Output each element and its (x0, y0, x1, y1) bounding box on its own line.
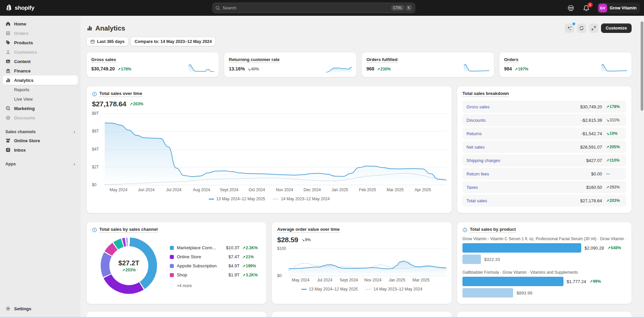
home-icon (5, 21, 11, 26)
y-axis-tick: $0 (277, 273, 288, 278)
channel-legend-row: Marketplace Conn... $10.3T ↗2.3K% (170, 243, 260, 252)
breakdown-title[interactable]: Total sales breakdown (462, 91, 509, 97)
chart-title[interactable]: Total sales by product (470, 227, 516, 233)
shopify-bag-icon (5, 4, 12, 12)
breakdown-value: $26,591.07 (580, 145, 602, 150)
sidebar-item-home[interactable]: Home (3, 19, 78, 29)
topbar-actions: 1 GV Grow Vitamin (566, 0, 640, 16)
fullscreen-button[interactable] (589, 23, 598, 33)
donut-center-change: ↗203% (122, 268, 136, 272)
search-input[interactable]: Search CTRL K (212, 3, 415, 13)
sidebar-item-customers: Customers (3, 47, 78, 57)
sidebar-section-apps[interactable]: Apps › (3, 160, 78, 168)
more-channels-link[interactable]: +4 more (170, 283, 260, 288)
orders-icon (5, 31, 11, 36)
aov-line-chart (289, 249, 446, 276)
insights-button[interactable] (565, 23, 574, 33)
breakdown-metric-link[interactable]: Taxes (466, 185, 478, 190)
breakdown-change: ↗293% (602, 185, 622, 190)
page-title: Analytics (87, 24, 125, 32)
calendar-icon (90, 39, 95, 44)
sidebar-item-discounts: Discounts (3, 113, 78, 122)
breakdown-metric-link[interactable]: Gross sales (466, 104, 490, 109)
channel-change: ↗3.2K% (240, 273, 260, 277)
sidebar-section-sales-channels[interactable]: Sales channels › (3, 128, 78, 136)
metric-title[interactable]: Gross sales (91, 57, 116, 63)
metric-title[interactable]: Orders (504, 57, 518, 63)
discounts-icon (5, 115, 11, 120)
sidebar-item-content[interactable]: Content (3, 57, 78, 66)
breakdown-metric-link[interactable]: Total sales (466, 198, 487, 203)
breakdown-row-returns: Returns -$1,542.74 ↘10% (462, 127, 626, 140)
y-axis-tick: $0 (92, 182, 103, 187)
product-previous-value: $893.99 (516, 290, 532, 296)
sidebar-item-label: Marketing (14, 106, 35, 111)
product-current-bar (462, 277, 563, 286)
metric-title[interactable]: Returning customer rate (229, 57, 280, 63)
breakdown-metric-link[interactable]: Return fees (466, 171, 489, 176)
store-menu[interactable]: GV Grow Vitamin (597, 3, 640, 13)
breakdown-metric-link[interactable]: Shipping charges (466, 158, 500, 163)
compare-to-button[interactable]: Compare to: 14 May 2023–12 May 2024 (131, 37, 215, 46)
legend-current-period: 13 May 2024–12 May 2025 (301, 287, 358, 292)
date-range-button[interactable]: Last 365 days (87, 37, 128, 46)
metric-value: 13.16% (229, 66, 245, 71)
metric-card-orders: Orders 984 ↗197% (499, 52, 632, 77)
sidekick-button[interactable] (566, 4, 575, 12)
chart-title[interactable]: Average order value over time (277, 227, 340, 233)
metric-card-returning-customer-rate: Returning customer rate 13.16% ↘40% (224, 52, 356, 77)
topbar: shopify Search CTRL K 1 GV Grow Vitamin (0, 0, 644, 16)
metric-value: 968 (366, 66, 374, 71)
sidebar-item-label: Orders (14, 31, 29, 36)
row-secondary-charts: Total sales by sales channel $27.2T ↗203… (87, 222, 632, 304)
sidebar-item-online-store[interactable]: Online Store (3, 136, 78, 145)
sidebar: Home Orders Products Customers Content F… (0, 16, 81, 318)
sidebar-item-marketing[interactable]: Marketing (3, 104, 78, 113)
search-shortcut: CTRL K (391, 5, 412, 11)
donut-center: $27.2T ↗203% (109, 246, 148, 285)
customize-button[interactable]: Customize (601, 23, 632, 33)
sidebar-item-analytics[interactable]: Analytics (3, 75, 78, 85)
notifications-button[interactable]: 1 (582, 4, 591, 12)
channel-legend-row: Shop $1.9T ↗3.2K% (170, 270, 260, 279)
sidebar-item-reports[interactable]: Reports (3, 85, 78, 94)
sidebar-item-live-view[interactable]: Live View (3, 94, 78, 104)
refresh-button[interactable] (577, 23, 586, 33)
breakdown-value: $427.07 (586, 158, 602, 163)
breakdown-metric-link[interactable]: Returns (466, 131, 482, 136)
product-current-bar (462, 243, 581, 253)
breakdown-metric-link[interactable]: Net sales (466, 145, 485, 150)
info-icon[interactable] (92, 227, 97, 232)
store-name: Grow Vitamin (610, 6, 637, 10)
customers-icon (5, 49, 11, 55)
sidebar-item-inbox[interactable]: Inbox (3, 145, 78, 155)
donut-center-value: $27.2T (118, 259, 139, 267)
shopify-logo[interactable]: shopify (5, 4, 34, 12)
sidebar-item-label: Settings (14, 306, 31, 311)
info-icon[interactable] (462, 227, 467, 232)
breakdown-metric-link[interactable]: Discounts (466, 118, 486, 123)
metric-value: 984 (504, 66, 512, 71)
legend-previous-period: 14 May 2023–12 May 2024 (366, 287, 422, 292)
vertical-scrollbar[interactable] (641, 21, 643, 111)
legend-swatch (170, 273, 174, 277)
compare-label: Compare to: 14 May 2023–12 May 2024 (135, 39, 212, 44)
product-current-value: $1,777.24 (567, 279, 586, 284)
shopify-wordmark: shopify (15, 5, 34, 11)
breakdown-row-return-fees: Return fees $0.00 — (462, 168, 626, 180)
sidebar-item-label: Products (14, 40, 33, 45)
sidebar-item-settings[interactable]: Settings (3, 304, 78, 313)
sidebar-item-finance[interactable]: Finance (3, 66, 78, 75)
sidebar-item-label: Finance (14, 68, 31, 73)
solid-line-swatch (209, 199, 214, 200)
sidebar-item-products[interactable]: Products (3, 38, 78, 47)
filter-bar: Last 365 days Compare to: 14 May 2023–12… (87, 37, 632, 46)
chart-title[interactable]: Total sales over time (99, 91, 142, 97)
chart-title[interactable]: Total sales by sales channel (99, 227, 158, 233)
products-icon (5, 40, 11, 45)
info-icon[interactable] (92, 92, 97, 97)
sidebar-item-label: Analytics (14, 78, 34, 83)
channel-name: Online Store (177, 254, 221, 259)
metric-title[interactable]: Orders fulfilled (366, 57, 397, 63)
sidebar-item-label: Reports (14, 87, 30, 92)
